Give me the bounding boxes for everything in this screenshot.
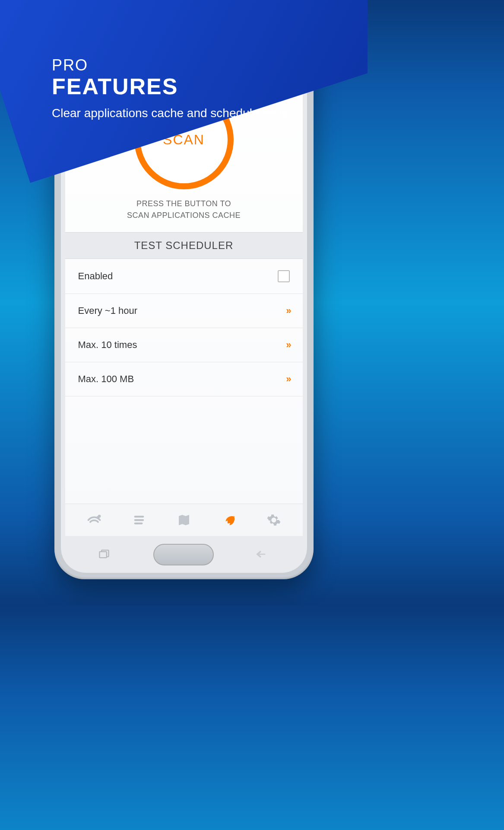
app-screen: CACHE CLEANER SCAN PRESS THE BUTTON TO S… xyxy=(65,61,303,536)
enabled-checkbox[interactable] xyxy=(278,270,290,282)
promo-description: Clear applications cache and schedule te… xyxy=(52,105,291,121)
chevron-right-icon: » xyxy=(286,374,289,385)
nav-settings-icon[interactable] xyxy=(265,511,282,529)
interval-label: Every ~1 hour xyxy=(78,305,138,316)
nav-list-icon[interactable] xyxy=(130,511,148,529)
nav-rocket-icon[interactable] xyxy=(220,511,238,529)
scan-button-label: SCAN xyxy=(163,132,205,148)
back-button[interactable] xyxy=(254,548,269,561)
phone-bottom-bezel xyxy=(61,536,307,573)
promo-small-title: PRO xyxy=(52,56,291,74)
svg-point-1 xyxy=(98,516,100,517)
home-button[interactable] xyxy=(153,544,214,565)
bottom-nav xyxy=(65,504,303,536)
scan-hint: PRESS THE BUTTON TO SCAN APPLICATIONS CA… xyxy=(65,198,303,221)
scheduler-max-times-row[interactable]: Max. 10 times » xyxy=(65,328,303,362)
scheduler-enabled-row[interactable]: Enabled xyxy=(65,259,303,294)
max-mb-label: Max. 100 MB xyxy=(78,374,134,385)
svg-rect-5 xyxy=(100,552,107,558)
nav-wifi-icon[interactable] xyxy=(86,511,103,529)
scheduler-header: TEST SCHEDULER xyxy=(65,232,303,259)
svg-rect-2 xyxy=(134,516,144,517)
promo-overlay: PRO FEATURES Clear applications cache an… xyxy=(52,56,291,121)
promo-large-title: FEATURES xyxy=(52,74,291,99)
scheduler-interval-row[interactable]: Every ~1 hour » xyxy=(65,294,303,328)
recent-apps-button[interactable] xyxy=(98,548,113,561)
chevron-right-icon: » xyxy=(286,339,289,351)
chevron-right-icon: » xyxy=(286,305,289,316)
svg-rect-4 xyxy=(134,523,143,524)
svg-rect-3 xyxy=(134,519,144,521)
enabled-label: Enabled xyxy=(78,271,113,282)
nav-map-icon[interactable] xyxy=(175,511,193,529)
max-times-label: Max. 10 times xyxy=(78,339,137,351)
scheduler-max-mb-row[interactable]: Max. 100 MB » xyxy=(65,362,303,396)
